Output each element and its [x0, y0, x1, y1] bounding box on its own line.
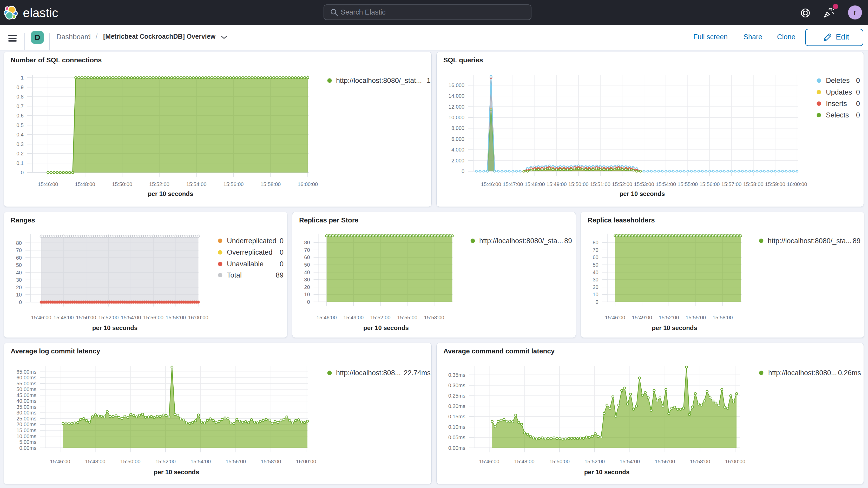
svg-text:15:58:00: 15:58:00: [690, 459, 710, 464]
svg-text:40.00ms: 40.00ms: [17, 398, 36, 404]
svg-text:89: 89: [564, 237, 572, 245]
svg-text:15:46:00: 15:46:00: [316, 315, 337, 321]
svg-text:60: 60: [304, 254, 310, 260]
svg-text:10: 10: [304, 292, 310, 297]
svg-text:15:49:00: 15:49:00: [632, 315, 652, 321]
svg-text:0.00ms: 0.00ms: [448, 445, 465, 451]
svg-text:0: 0: [19, 299, 22, 305]
svg-text:2,000: 2,000: [452, 158, 464, 163]
svg-text:8,000: 8,000: [452, 125, 464, 131]
svg-text:16:00:00: 16:00:00: [298, 181, 318, 187]
svg-text:15:50:00: 15:50:00: [76, 315, 96, 321]
svg-text:15:55:00: 15:55:00: [678, 181, 698, 187]
svg-text:http://localhost:808...: http://localhost:808...: [336, 369, 401, 377]
svg-text:30: 30: [16, 277, 22, 283]
svg-text:15:50:00: 15:50:00: [549, 459, 570, 464]
svg-text:0.35ms: 0.35ms: [448, 372, 465, 378]
svg-text:Updates: Updates: [826, 88, 852, 96]
svg-text:15:56:00: 15:56:00: [699, 181, 720, 187]
svg-text:0.10ms: 0.10ms: [448, 424, 465, 430]
svg-text:15:46:00: 15:46:00: [481, 181, 501, 187]
svg-text:15.00ms: 15.00ms: [17, 427, 36, 433]
svg-text:0.05ms: 0.05ms: [448, 434, 465, 440]
svg-text:15:48:00: 15:48:00: [514, 459, 534, 464]
svg-text:15:50:00: 15:50:00: [568, 181, 589, 187]
svg-text:per 10 seconds: per 10 seconds: [148, 190, 193, 197]
svg-text:0.15ms: 0.15ms: [448, 414, 465, 419]
svg-text:20: 20: [16, 284, 22, 290]
svg-text:http://localhost:8080...: http://localhost:8080...: [768, 369, 837, 377]
svg-text:60: 60: [592, 254, 598, 260]
svg-text:15:53:00: 15:53:00: [634, 181, 654, 187]
svg-text:0.8: 0.8: [17, 94, 24, 99]
svg-text:15:52:00: 15:52:00: [149, 181, 169, 187]
svg-text:55.00ms: 55.00ms: [17, 381, 36, 387]
svg-text:Deletes: Deletes: [826, 77, 850, 85]
svg-text:60.00ms: 60.00ms: [17, 375, 36, 380]
svg-text:1: 1: [427, 77, 431, 85]
svg-text:22.74ms: 22.74ms: [404, 369, 431, 377]
svg-text:70: 70: [592, 247, 598, 253]
svg-text:Underreplicated: Underreplicated: [227, 237, 277, 245]
svg-text:0.4: 0.4: [17, 132, 24, 138]
svg-text:80: 80: [16, 240, 22, 246]
svg-text:30: 30: [592, 277, 598, 282]
svg-text:10: 10: [592, 292, 598, 297]
svg-text:40: 40: [16, 270, 22, 275]
svg-text:15:46:00: 15:46:00: [50, 459, 70, 464]
svg-text:15:46:00: 15:46:00: [31, 315, 52, 321]
svg-text:20: 20: [304, 284, 310, 290]
svg-text:15:58:00: 15:58:00: [261, 459, 281, 464]
svg-text:15:52:00: 15:52:00: [585, 459, 605, 464]
svg-text:6,000: 6,000: [452, 136, 464, 142]
svg-text:per 10 seconds: per 10 seconds: [92, 324, 138, 331]
svg-text:16:00:00: 16:00:00: [725, 459, 745, 464]
svg-text:0: 0: [280, 248, 283, 256]
svg-text:60: 60: [16, 255, 22, 261]
svg-text:0.6: 0.6: [17, 113, 24, 119]
svg-text:15:52:00: 15:52:00: [659, 315, 679, 321]
svg-text:15:58:00: 15:58:00: [424, 315, 444, 321]
svg-text:15:46:00: 15:46:00: [38, 181, 58, 187]
svg-text:0: 0: [856, 111, 860, 119]
svg-text:50: 50: [16, 262, 22, 268]
svg-text:15:54:00: 15:54:00: [121, 315, 141, 321]
svg-text:0: 0: [280, 260, 283, 268]
svg-text:50: 50: [592, 262, 598, 268]
svg-text:http://localhost:8080/_sta...: http://localhost:8080/_sta...: [768, 237, 851, 245]
svg-text:4,000: 4,000: [452, 147, 464, 153]
svg-text:15:49:00: 15:49:00: [343, 315, 364, 321]
svg-text:Overreplicated: Overreplicated: [227, 248, 273, 256]
svg-text:15:52:00: 15:52:00: [98, 315, 119, 321]
svg-text:30: 30: [304, 277, 310, 282]
svg-text:15:52:00: 15:52:00: [612, 181, 632, 187]
svg-text:0.1: 0.1: [17, 160, 24, 166]
svg-text:15:55:00: 15:55:00: [686, 315, 706, 321]
svg-text:15:54:00: 15:54:00: [620, 459, 640, 464]
svg-text:15:58:00: 15:58:00: [165, 315, 186, 321]
svg-text:89: 89: [852, 237, 861, 245]
svg-text:15:57:00: 15:57:00: [721, 181, 742, 187]
svg-text:15:50:00: 15:50:00: [112, 181, 132, 187]
svg-text:0.5: 0.5: [17, 122, 24, 128]
svg-text:15:56:00: 15:56:00: [655, 459, 675, 464]
svg-text:http://localhost:8080/_stat...: http://localhost:8080/_stat...: [336, 77, 422, 85]
svg-text:20: 20: [592, 284, 598, 290]
svg-text:Unavailable: Unavailable: [227, 260, 264, 268]
svg-text:15:48:00: 15:48:00: [525, 181, 545, 187]
svg-text:14,000: 14,000: [448, 93, 464, 99]
svg-text:per 10 seconds: per 10 seconds: [652, 324, 697, 331]
svg-text:15:54:00: 15:54:00: [656, 181, 676, 187]
svg-text:70: 70: [304, 247, 310, 253]
svg-text:15:56:00: 15:56:00: [223, 181, 244, 187]
svg-text:15:47:00: 15:47:00: [503, 181, 523, 187]
svg-text:20.00ms: 20.00ms: [17, 422, 36, 427]
svg-text:45.00ms: 45.00ms: [17, 392, 36, 398]
svg-text:15:54:00: 15:54:00: [186, 181, 207, 187]
svg-text:5.00ms: 5.00ms: [19, 439, 36, 445]
svg-text:0: 0: [856, 88, 860, 96]
svg-text:per 10 seconds: per 10 seconds: [620, 190, 665, 197]
svg-text:0.9: 0.9: [17, 85, 24, 90]
svg-text:15:54:00: 15:54:00: [190, 459, 211, 464]
svg-text:per 10 seconds: per 10 seconds: [584, 468, 630, 476]
